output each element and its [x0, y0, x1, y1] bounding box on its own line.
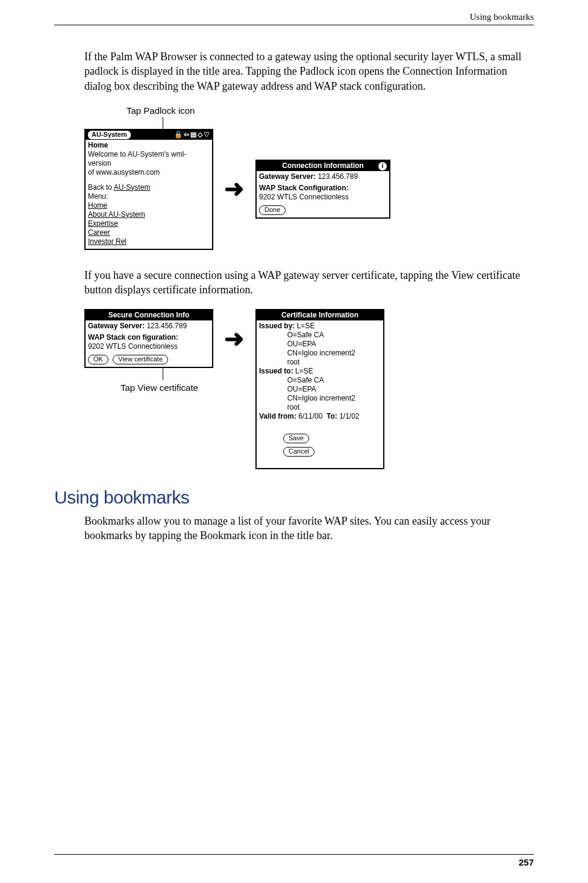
paragraph-2: If you have a secure connection using a …	[84, 268, 534, 298]
bookmark-icon[interactable]: ◇	[198, 131, 202, 139]
caption-pointer-2	[163, 368, 163, 380]
browser-title-bar: AU-System 🔒 ⇦ ▤ ◇ ♡	[86, 130, 212, 140]
valid-from-label: Valid from:	[259, 412, 296, 420]
secure-stack-label: WAP Stack con figuration:	[88, 333, 178, 342]
caption-pointer	[163, 117, 163, 129]
secure-title-bar: Secure Connection Info	[86, 310, 212, 320]
it-ou: OU=EPA	[259, 385, 381, 394]
favorite-icon[interactable]: ♡	[204, 131, 210, 139]
back-icon[interactable]: ⇦	[184, 131, 189, 139]
cert-body: Issued by: L=SE O=Safe CA OU=EPA CN=Iglo…	[257, 320, 383, 468]
stack-value: 9202 WTLS Connectionless	[259, 193, 387, 202]
page-number: 257	[519, 857, 534, 867]
it-o: O=Safe CA	[259, 376, 381, 385]
page-heading: Home	[88, 141, 210, 150]
menu-label: Menu:	[88, 192, 210, 201]
dialog-title: Connection Information	[282, 161, 363, 170]
issued-to-label: Issued to:	[259, 367, 293, 375]
ok-button[interactable]: OK	[88, 355, 108, 364]
done-button[interactable]: Done	[259, 205, 286, 215]
gateway-label: Gateway Server:	[259, 172, 316, 181]
it-root: root	[259, 403, 381, 412]
list-icon[interactable]: ▤	[190, 131, 196, 139]
ib-ou: OU=EPA	[259, 340, 381, 349]
valid-from-value: 6/11/00	[296, 412, 327, 420]
it-l: L=SE	[293, 367, 313, 375]
dialog-body: Gateway Server: 123.456.789 WAP Stack Co…	[257, 171, 389, 217]
cert-title-bar: Certificate Information	[257, 310, 383, 320]
save-button[interactable]: Save	[283, 434, 309, 443]
secure-connection-dialog: Secure Connection Info Gateway Server: 1…	[84, 309, 213, 368]
secure-title: Secure Connection Info	[108, 311, 190, 320]
valid-to-label: To:	[327, 412, 337, 420]
secure-gateway-label: Gateway Server:	[88, 322, 145, 330]
gateway-value: 123.456.789	[316, 172, 358, 181]
back-link[interactable]: AU-System	[114, 183, 151, 192]
figure-2: Secure Connection Info Gateway Server: 1…	[84, 309, 534, 469]
issued-by-label: Issued by:	[259, 322, 295, 330]
ib-root: root	[259, 358, 381, 367]
ib-o: O=Safe CA	[259, 331, 381, 340]
figure-1-caption: Tap Padlock icon	[127, 105, 534, 116]
cancel-button[interactable]: Cancel	[283, 447, 314, 457]
menu-home[interactable]: Home	[88, 201, 210, 210]
secure-stack-value: 9202 WTLS Connectionless	[88, 342, 210, 351]
ib-cn: CN=Igloo increment2	[259, 349, 381, 358]
certificate-info-dialog: Certificate Information Issued by: L=SE …	[255, 309, 384, 469]
welcome-line-1: Welcome to AU-System's wml-version	[88, 150, 210, 168]
figure-2-caption: Tap View certificate	[120, 382, 213, 393]
menu-expertise[interactable]: Expertise	[88, 219, 210, 228]
browser-title-label: AU-System	[88, 131, 131, 139]
dialog-title-bar: Connection Information i	[257, 161, 389, 171]
arrow-icon-2: ➜	[224, 327, 245, 351]
wap-browser-screen: AU-System 🔒 ⇦ ▤ ◇ ♡ Home Welcome to AU-S…	[84, 129, 213, 250]
page-footer: 257	[54, 854, 534, 867]
menu-about[interactable]: About AU-System	[88, 210, 210, 219]
secure-gateway-value: 123.456.789	[145, 322, 187, 330]
secure-body: Gateway Server: 123.456.789 WAP Stack co…	[86, 320, 212, 367]
menu-career[interactable]: Career	[88, 228, 210, 237]
running-header: Using bookmarks	[54, 12, 534, 25]
it-cn: CN=Igloo increment2	[259, 394, 381, 403]
cert-title: Certificate Information	[281, 311, 358, 320]
arrow-icon: ➜	[224, 177, 245, 201]
padlock-icon[interactable]: 🔒	[174, 131, 183, 139]
back-line: Back to AU-System	[88, 183, 210, 192]
info-icon: i	[378, 162, 387, 170]
stack-label: WAP Stack Configuration:	[259, 184, 348, 192]
section-heading: Using bookmarks	[54, 487, 534, 508]
browser-body: Home Welcome to AU-System's wml-version …	[86, 140, 212, 249]
view-certificate-button[interactable]: View certificate	[113, 355, 168, 364]
ib-l: L=SE	[295, 322, 314, 330]
figure-1: Tap Padlock icon AU-System 🔒 ⇦ ▤ ◇ ♡ Hom…	[84, 105, 534, 250]
paragraph-1: If the Palm WAP Browser is connected to …	[84, 49, 534, 93]
welcome-line-2: of www.ausystem.com	[88, 168, 210, 177]
paragraph-3: Bookmarks allow you to manage a list of …	[84, 514, 534, 543]
connection-info-dialog: Connection Information i Gateway Server:…	[255, 160, 390, 219]
valid-to-value: 1/1/02	[337, 412, 360, 420]
menu-investor[interactable]: Investor Rel	[88, 237, 210, 246]
